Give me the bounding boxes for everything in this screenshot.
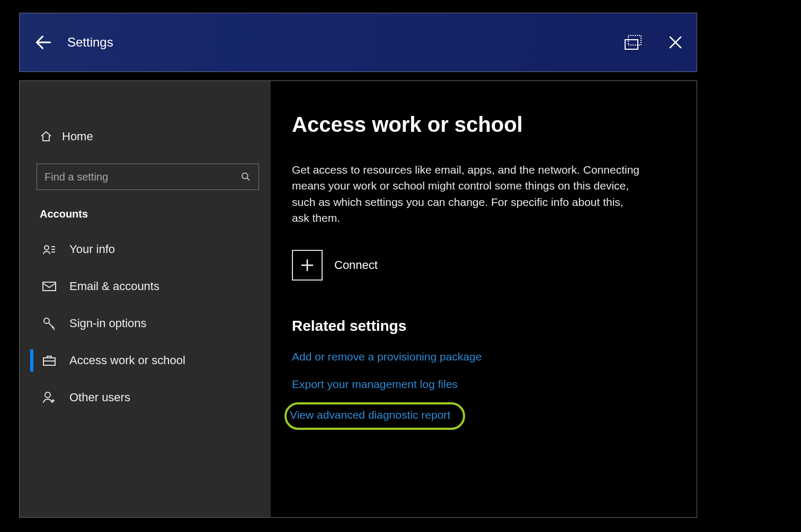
sidebar: Home Accounts — [20, 81, 271, 517]
connect-button[interactable]: Connect — [292, 250, 671, 281]
svg-point-5 — [44, 318, 49, 323]
sidebar-home-label: Home — [62, 130, 93, 143]
svg-point-7 — [45, 392, 50, 398]
sidebar-home[interactable]: Home — [20, 122, 271, 151]
svg-point-3 — [44, 246, 49, 250]
link-export-log-files[interactable]: Export your management log files — [292, 378, 458, 391]
person-card-icon — [42, 244, 57, 255]
sidebar-item-other-users[interactable]: Other users — [20, 379, 271, 416]
sidebar-item-label: Access work or school — [69, 354, 185, 367]
sidebar-item-label: Sign-in options — [69, 317, 147, 330]
home-icon — [40, 130, 52, 143]
settings-window: Home Accounts — [19, 80, 697, 518]
sidebar-item-label: Email & accounts — [69, 279, 159, 293]
sidebar-item-label: Your info — [69, 242, 115, 256]
search-input-container[interactable] — [37, 164, 259, 190]
close-icon — [668, 34, 683, 50]
search-icon — [241, 172, 251, 182]
search-input[interactable] — [44, 171, 241, 183]
main-panel: Access work or school Get access to reso… — [271, 81, 697, 517]
link-provisioning-package[interactable]: Add or remove a provisioning package — [292, 350, 482, 363]
sidebar-item-label: Other users — [69, 391, 130, 404]
page-description: Get access to resources like email, apps… — [292, 162, 642, 227]
back-button[interactable] — [20, 13, 67, 71]
svg-rect-4 — [43, 282, 56, 291]
sidebar-section-title: Accounts — [40, 208, 271, 220]
sidebar-item-access-work-school[interactable]: Access work or school — [20, 342, 271, 379]
sidebar-nav: Your info Email & accounts — [20, 231, 271, 416]
page-title: Access work or school — [292, 113, 671, 137]
related-settings-title: Related settings — [292, 318, 671, 335]
close-button[interactable] — [654, 13, 697, 71]
key-icon — [42, 317, 57, 330]
sidebar-item-email-accounts[interactable]: Email & accounts — [20, 268, 271, 305]
sidebar-item-your-info[interactable]: Your info — [20, 231, 271, 268]
link-diagnostic-report[interactable]: View advanced diagnostic report — [290, 409, 450, 421]
add-user-icon — [42, 391, 57, 404]
arrow-left-icon — [33, 32, 54, 52]
cascade-windows-icon — [622, 33, 644, 51]
mail-icon — [42, 281, 57, 292]
app-title: Settings — [67, 35, 113, 50]
briefcase-icon — [42, 355, 57, 366]
highlight-annotation: View advanced diagnostic report — [284, 402, 465, 430]
sidebar-item-signin-options[interactable]: Sign-in options — [20, 305, 271, 342]
connect-label: Connect — [334, 258, 378, 272]
multitask-button[interactable] — [612, 13, 654, 71]
plus-icon — [292, 250, 323, 281]
titlebar: Settings — [19, 13, 697, 72]
